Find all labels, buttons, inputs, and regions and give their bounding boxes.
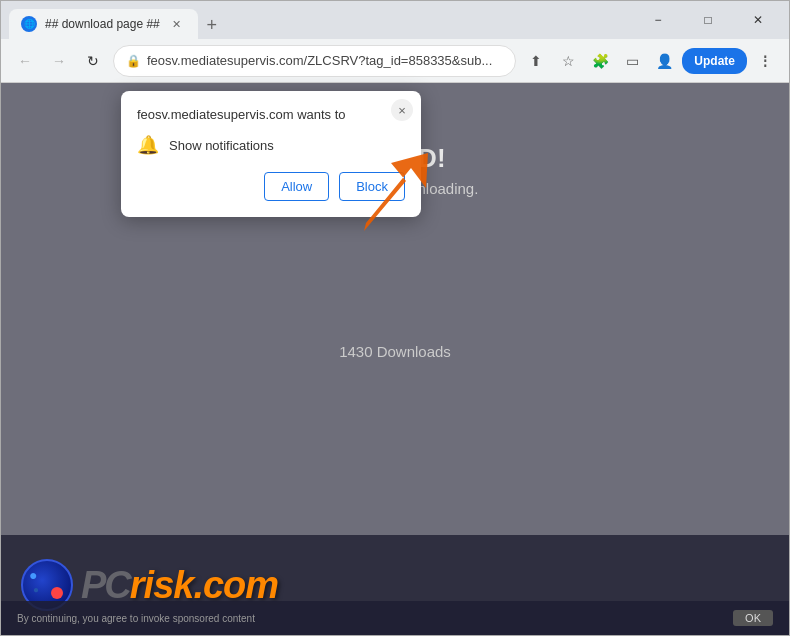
url-text: feosv.mediatesupervis.com/ZLCSRV?tag_id=… (147, 53, 503, 68)
extensions-icon[interactable]: 🧩 (586, 47, 614, 75)
popup-header: feosv.mediatesupervis.com wants to (137, 107, 405, 122)
address-input[interactable]: 🔒 feosv.mediatesupervis.com/ZLCSRV?tag_i… (113, 45, 516, 77)
profile-icon[interactable]: 👤 (650, 47, 678, 75)
tab-close-button[interactable]: ✕ (168, 15, 186, 33)
footer-bar: By continuing, you agree to invoke spons… (1, 601, 789, 635)
title-bar-controls: − □ ✕ (635, 4, 781, 36)
pcrisk-dot-icon: ● (29, 567, 37, 583)
tab-area: 🌐 ## download page ## ✕ + (9, 1, 627, 39)
notification-label: Show notifications (169, 138, 274, 153)
bookmark-icon[interactable]: ☆ (554, 47, 582, 75)
popup-close-button[interactable]: × (391, 99, 413, 121)
popup-buttons: Allow Block (137, 172, 405, 201)
block-button[interactable]: Block (339, 172, 405, 201)
share-icon[interactable]: ⬆ (522, 47, 550, 75)
favicon-icon: 🌐 (24, 19, 35, 29)
window-close-button[interactable]: ✕ (735, 4, 781, 36)
forward-button[interactable]: → (45, 47, 73, 75)
browser-window: 🌐 ## download page ## ✕ + − □ ✕ ← → ↻ 🔒 … (0, 0, 790, 636)
lock-icon: 🔒 (126, 54, 141, 68)
sidebar-icon[interactable]: ▭ (618, 47, 646, 75)
bell-icon: 🔔 (137, 134, 159, 156)
minimize-button[interactable]: − (635, 4, 681, 36)
tab-favicon: 🌐 (21, 16, 37, 32)
pcrisk-dot2-icon: ● (33, 584, 39, 595)
menu-button[interactable]: ⋮ (751, 47, 779, 75)
new-tab-button[interactable]: + (198, 11, 226, 39)
footer-ok-button[interactable]: OK (733, 610, 773, 626)
address-actions: ⬆ ☆ 🧩 ▭ 👤 Update ⋮ (522, 47, 779, 75)
back-button[interactable]: ← (11, 47, 39, 75)
refresh-button[interactable]: ↻ (79, 47, 107, 75)
address-bar: ← → ↻ 🔒 feosv.mediatesupervis.com/ZLCSRV… (1, 39, 789, 83)
download-count: 1430 Downloads (339, 343, 451, 360)
tab-title: ## download page ## (45, 17, 160, 31)
maximize-button[interactable]: □ (685, 4, 731, 36)
footer-text: By continuing, you agree to invoke spons… (17, 613, 255, 624)
popup-notification-row: 🔔 Show notifications (137, 134, 405, 156)
active-tab[interactable]: 🌐 ## download page ## ✕ (9, 9, 198, 39)
page-content: NLOAD! ons to start downloading. 1430 Do… (1, 83, 789, 635)
notification-popup: feosv.mediatesupervis.com wants to 🔔 Sho… (121, 91, 421, 217)
allow-button[interactable]: Allow (264, 172, 329, 201)
update-button[interactable]: Update (682, 48, 747, 74)
title-bar: 🌐 ## download page ## ✕ + − □ ✕ (1, 1, 789, 39)
